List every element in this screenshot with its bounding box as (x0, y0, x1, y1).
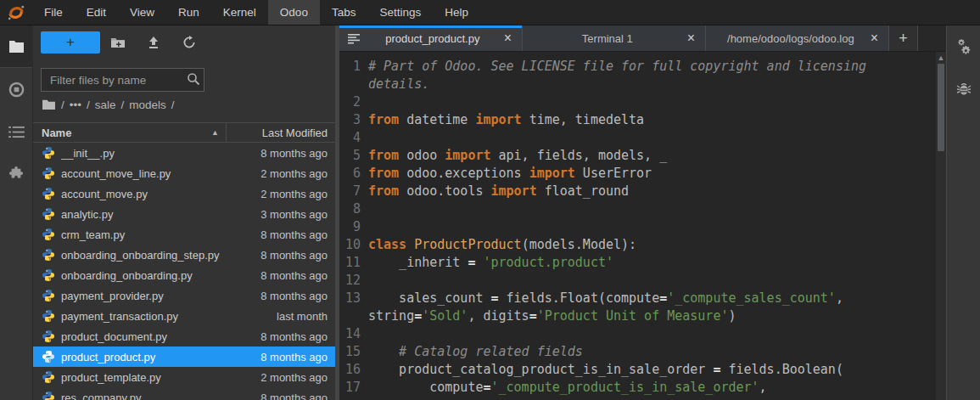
file-row[interactable]: payment_provider.py8 months ago (33, 285, 335, 306)
file-row[interactable]: crm_team.py8 months ago (33, 224, 335, 245)
file-name: payment_transaction.py (61, 310, 235, 323)
menu-view[interactable]: View (118, 0, 166, 25)
upload-icon[interactable] (136, 31, 171, 54)
main-area: + / (0, 25, 980, 400)
code-line: 3from datetime import time, timedelta (339, 111, 936, 129)
code-text: from datetime import time, timedelta (368, 111, 644, 129)
file-row[interactable]: payment_transaction.pylast month (33, 306, 335, 326)
refresh-icon[interactable] (171, 31, 207, 54)
tab-label: Terminal 1 (531, 32, 684, 45)
file-row[interactable]: onboarding_onboarding_step.py8 months ag… (33, 245, 335, 265)
code-line: 11 _inherit = 'product.product' (339, 254, 936, 272)
sidebar-tab-extension-manager[interactable] (0, 153, 32, 195)
code-line: 10class ProductProduct(models.Model): (339, 236, 936, 254)
code-text: from odoo.tools import float_round (368, 183, 629, 200)
close-icon[interactable]: × (501, 31, 515, 45)
code-line: 7from odoo.tools import float_round (339, 183, 936, 200)
code-text: from odoo import api, fields, models, _ (368, 147, 667, 165)
property-inspector-gears-icon[interactable] (947, 25, 980, 68)
code-editor[interactable]: 1# Part of Odoo. See LICENSE file for fu… (339, 52, 936, 400)
menu-edit[interactable]: Edit (75, 0, 118, 25)
python-file-icon (42, 268, 55, 282)
new-launcher-button[interactable]: + (41, 31, 100, 54)
line-number: 2 (339, 93, 368, 111)
column-header-last-modified[interactable]: Last Modified (227, 127, 335, 139)
python-file-icon (42, 309, 55, 323)
file-list: __init__.py8 months agoaccount_move_line… (33, 143, 335, 400)
file-name: product_document.py (61, 330, 235, 343)
menu-help[interactable]: Help (433, 0, 480, 25)
new-tab-button[interactable]: + (889, 25, 918, 51)
code-text: class ProductProduct(models.Model): (368, 236, 636, 254)
editor-scrollbar[interactable]: ▲ (936, 52, 946, 400)
file-name: onboarding_onboarding_step.py (61, 249, 235, 262)
file-modified: 2 months ago (235, 371, 335, 384)
sidebar-tab-running-terminals-and-kernels[interactable] (0, 68, 32, 110)
menu-settings[interactable]: Settings (367, 0, 433, 25)
file-row[interactable]: product_template.py2 months ago (33, 367, 335, 387)
breadcrumb-sale[interactable]: sale (95, 99, 116, 111)
jupyterlab-window: FileEditViewRunKernelOdooTabsSettingsHel… (0, 0, 980, 400)
menu-kernel[interactable]: Kernel (211, 0, 268, 25)
file-modified: 8 months ago (235, 147, 335, 160)
tab--home-odoo-logs-odoo-log[interactable]: /home/odoo/logs/odoo.log× (706, 25, 889, 51)
close-icon[interactable]: × (684, 31, 698, 45)
bug-icon[interactable] (947, 68, 980, 110)
right-activity-bar (946, 25, 980, 400)
file-row[interactable]: __init__.py8 months ago (33, 143, 335, 163)
code-text: string='Sold', digits='Product Unit of M… (368, 307, 736, 325)
close-icon[interactable]: × (867, 31, 882, 45)
line-number: 1 (339, 58, 368, 76)
odoo-logo (0, 0, 32, 25)
scrollbar-thumb[interactable] (938, 64, 944, 151)
column-header-name[interactable]: Name ▲ (33, 127, 226, 139)
folder-icon (8, 40, 25, 54)
file-row[interactable]: product_document.py8 months ago (33, 326, 335, 346)
file-row[interactable]: analytic.py3 months ago (33, 204, 335, 224)
code-text (368, 325, 376, 343)
python-file-icon (42, 228, 55, 241)
code-text: # Catalog related fields (368, 343, 583, 361)
line-number: 11 (339, 254, 368, 272)
breadcrumb-ellipsis[interactable]: ••• (70, 99, 81, 111)
tab-terminal-1[interactable]: Terminal 1× (523, 25, 706, 51)
line-number: 5 (339, 147, 368, 165)
line-number: 17 (339, 379, 368, 397)
code-line: 1# Part of Odoo. See LICENSE file for fu… (339, 58, 936, 76)
breadcrumb-models[interactable]: models (129, 99, 166, 111)
tab-product-product-py[interactable]: product_product.py× (339, 25, 523, 51)
python-file-icon (42, 166, 55, 180)
menu-run[interactable]: Run (166, 0, 211, 25)
code-line: 14 (339, 325, 936, 343)
line-number: 15 (339, 343, 368, 361)
code-text: product_catalog_product_is_in_sale_order… (368, 361, 843, 379)
file-name: crm_team.py (61, 228, 235, 241)
menu-odoo[interactable]: Odoo (268, 0, 320, 25)
scrollbar-up-arrow-icon[interactable]: ▲ (938, 52, 945, 64)
filter-files-input[interactable] (41, 68, 204, 92)
menu-bar: FileEditViewRunKernelOdooTabsSettingsHel… (0, 0, 980, 25)
code-line: 17 compute='_compute_product_is_in_sale_… (339, 379, 936, 397)
file-row[interactable]: res_company.py8 months ago (33, 387, 335, 400)
code-text: # Part of Odoo. See LICENSE file for ful… (368, 58, 866, 76)
file-name: payment_provider.py (61, 290, 235, 302)
file-row[interactable]: account_move_line.py2 months ago (33, 163, 335, 183)
file-row[interactable]: account_move.py2 months ago (33, 183, 335, 204)
file-modified: 8 months ago (235, 392, 335, 400)
file-modified: 8 months ago (235, 290, 335, 302)
python-file-icon (42, 289, 55, 302)
file-row[interactable]: product_product.py8 months ago (33, 346, 335, 367)
sidebar-tab-file-browser[interactable] (0, 25, 32, 68)
home-folder-icon[interactable] (42, 99, 56, 110)
file-modified: 8 months ago (235, 330, 335, 343)
file-modified: 8 months ago (235, 269, 335, 282)
menu-file[interactable]: File (32, 0, 75, 25)
line-number: 8 (339, 200, 368, 218)
table-of-contents-icon (8, 126, 25, 138)
new-folder-icon[interactable] (100, 31, 136, 54)
menu-tabs[interactable]: Tabs (320, 0, 368, 25)
code-line: 5from odoo import api, fields, models, _ (339, 147, 936, 165)
sidebar-tab-table-of-contents[interactable] (0, 110, 32, 153)
file-row[interactable]: onboarding_onboarding.py8 months ago (33, 265, 335, 285)
file-modified: 3 months ago (235, 208, 335, 221)
